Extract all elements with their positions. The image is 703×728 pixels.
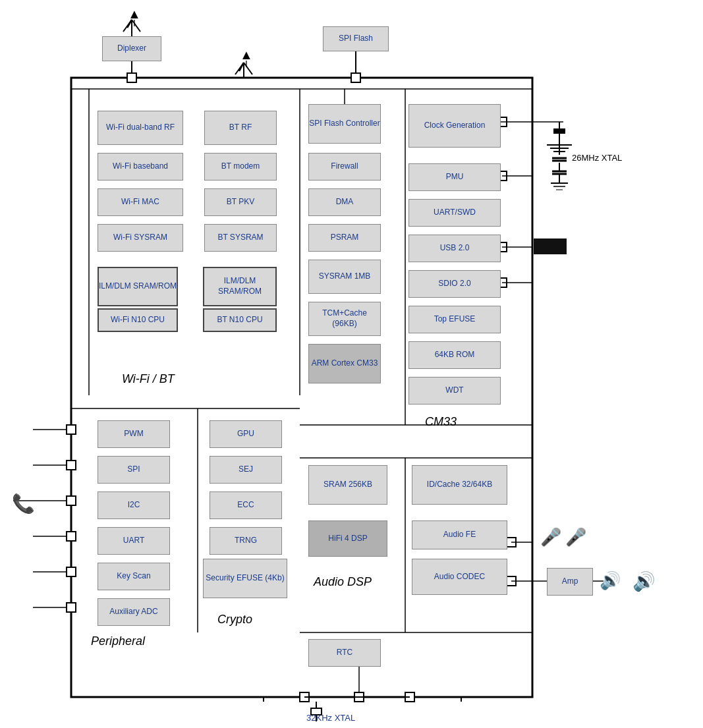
gpu-block: GPU: [210, 420, 282, 448]
uart-label: UART: [123, 536, 144, 546]
wifi-cpu-ilm-label: ILM/DLM SRAM/ROM: [99, 281, 177, 292]
wifi-bb-label: Wi-Fi baseband: [113, 161, 168, 172]
sej-label: SEJ: [239, 464, 253, 475]
clock-gen-label: Clock Generation: [424, 121, 486, 131]
uart-block: UART: [98, 527, 170, 555]
spi-label: SPI: [127, 464, 140, 475]
diplexer-label: Diplexer: [117, 43, 146, 54]
wifi-cpu-n10-label: Wi-Fi N10 CPU: [111, 315, 165, 325]
top-efuse-label: Top EFUSE: [434, 314, 476, 325]
amp-label: Amp: [562, 576, 578, 587]
bt-modem-block: BT modem: [204, 153, 277, 181]
firewall-block: Firewall: [308, 153, 381, 181]
wifi-rf-label: Wi-Fi dual-band RF: [106, 123, 175, 133]
i2c-block: I2C: [98, 491, 170, 519]
pwm-label: PWM: [124, 429, 143, 439]
aux-adc-label: Auxiliary ADC: [109, 607, 157, 617]
top-efuse-block: Top EFUSE: [408, 306, 501, 333]
psram-block: PSRAM: [308, 224, 381, 252]
sej-block: SEJ: [210, 456, 282, 484]
spi-flash-ext-block: SPI Flash: [323, 26, 389, 51]
antenna2-icon: ▲|: [240, 47, 253, 67]
uart-swd-block: UART/SWD: [408, 199, 501, 227]
speaker2-icon: 🔊: [633, 571, 656, 592]
svg-rect-20: [553, 128, 565, 134]
sysram-1mb-block: SYSRAM 1MB: [308, 260, 381, 294]
sram-256kb-label: SRAM 256KB: [323, 480, 372, 490]
svg-rect-44: [67, 461, 76, 470]
audio-dsp-label: Audio DSP: [314, 575, 372, 589]
svg-rect-66: [300, 692, 309, 702]
pwm-block: PWM: [98, 420, 170, 448]
diplexer-block: Diplexer: [102, 36, 161, 61]
clock-gen-block: Clock Generation: [408, 104, 501, 148]
diagram-container: Diplexer SPI Flash Wi-Fi dual-band RF BT…: [0, 0, 703, 728]
psram-label: PSRAM: [331, 233, 359, 243]
svg-rect-43: [67, 425, 76, 434]
audio-codec-block: Audio CODEC: [412, 559, 507, 595]
ecc-block: ECC: [210, 491, 282, 519]
gpu-label: GPU: [237, 429, 254, 439]
rom-64kb-label: 64KB ROM: [435, 350, 475, 360]
key-scan-label: Key Scan: [117, 571, 150, 582]
trng-block: TRNG: [210, 527, 282, 555]
bt-pkv-label: BT PKV: [227, 197, 254, 208]
rom-64kb-block: 64KB ROM: [408, 341, 501, 369]
svg-rect-45: [67, 496, 76, 505]
phone-icon: 📞: [12, 493, 35, 515]
spi-flash-ext-label: SPI Flash: [339, 34, 373, 44]
speaker-icon: 🔊: [600, 571, 621, 591]
amp-block: Amp: [547, 568, 593, 596]
dma-label: DMA: [336, 197, 354, 208]
usb2-block: USB 2.0: [408, 235, 501, 262]
hifi4-dsp-label: HiFi 4 DSP: [328, 534, 367, 544]
tcm-cache-label: TCM+Cache (96KB): [309, 308, 380, 329]
svg-rect-46: [67, 532, 76, 541]
wifi-bb-block: Wi-Fi baseband: [98, 153, 183, 181]
bt-cpu-n10-label: BT N10 CPU: [217, 315, 262, 325]
aux-adc-block: Auxiliary ADC: [98, 598, 170, 626]
svg-rect-40: [534, 238, 567, 254]
firewall-label: Firewall: [331, 161, 358, 172]
svg-rect-47: [67, 567, 76, 576]
bt-cpu-ilm-label: ILM/DLM SRAM/ROM: [204, 276, 275, 296]
wifi-mac-label: Wi-Fi MAC: [121, 197, 159, 208]
antenna1-icon: ▲|: [128, 7, 141, 26]
security-efuse-block: Security EFUSE (4Kb): [203, 559, 287, 598]
rtc-label: RTC: [337, 648, 352, 658]
svg-rect-58: [507, 576, 516, 586]
audio-codec-label: Audio CODEC: [434, 572, 485, 582]
bt-rf-label: BT RF: [229, 123, 252, 133]
svg-rect-62: [354, 692, 364, 702]
wdt-block: WDT: [408, 377, 501, 405]
bt-rf-block: BT RF: [204, 111, 277, 145]
sdio2-label: SDIO 2.0: [438, 279, 470, 289]
sram-256kb-block: SRAM 256KB: [308, 465, 387, 505]
svg-rect-56: [507, 538, 516, 547]
xtal-32khz-label: 32KHz XTAL: [306, 713, 355, 723]
mic1-icon: 🎤: [540, 527, 561, 547]
bt-pkv-block: BT PKV: [204, 188, 277, 216]
wifi-rf-block: Wi-Fi dual-band RF: [98, 111, 183, 145]
bt-modem-label: BT modem: [221, 161, 260, 172]
pmu-block: PMU: [408, 163, 501, 191]
bt-cpu-n10-block: BT N10 CPU: [203, 308, 277, 332]
rtc-block: RTC: [308, 639, 381, 667]
spi-block: SPI: [98, 456, 170, 484]
hifi4-dsp-block: HiFi 4 DSP: [308, 520, 387, 557]
bt-sysram-label: BT SYSRAM: [217, 233, 263, 243]
sysram-1mb-label: SYSRAM 1MB: [319, 271, 371, 282]
uart-swd-label: UART/SWD: [434, 208, 476, 218]
svg-rect-48: [67, 603, 76, 612]
mic2-icon: 🎤: [565, 527, 586, 547]
key-scan-block: Key Scan: [98, 563, 170, 590]
dma-block: DMA: [308, 188, 381, 216]
usb2-label: USB 2.0: [440, 243, 470, 254]
arm-cortex-block: ARM Cortex CM33: [308, 344, 381, 383]
svg-rect-10: [127, 73, 136, 82]
i2c-label: I2C: [128, 500, 140, 511]
arm-cortex-label: ARM Cortex CM33: [312, 358, 378, 369]
wifi-sysram-block: Wi-Fi SYSRAM: [98, 224, 183, 252]
bt-cpu-ilm-block: ILM/DLM SRAM/ROM: [203, 267, 277, 306]
wifi-bt-label: Wi-Fi / BT: [122, 372, 175, 386]
